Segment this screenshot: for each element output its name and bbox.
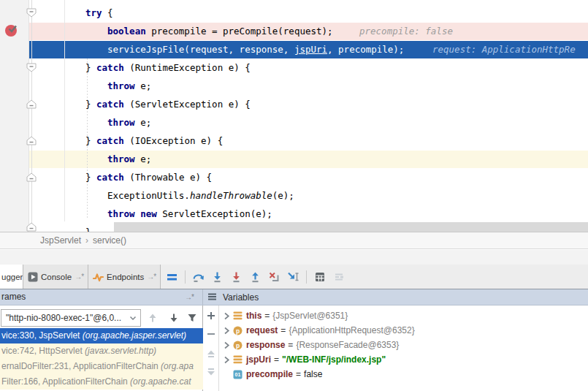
code-line: throw new ServletException(e); [0,205,588,223]
tab-scroll-badge: →* [147,273,156,281]
tab-label: Endpoints [107,273,144,281]
parameter-icon: p [233,341,243,350]
frames-header: rames →* [0,289,203,305]
stack-frame-row[interactable]: vice:330, JspServlet (org.apache.jasper.… [0,328,203,343]
horizontal-scrollbar[interactable] [114,222,588,232]
frames-panel: "http-nio-8080-exec-1"@6,0... vice:330, … [0,305,203,391]
variable-name: this [246,308,261,323]
stack-frame-row[interactable]: Filter:166, ApplicationFilterChain (org.… [0,374,203,390]
move-down-icon[interactable] [205,367,217,379]
arrow-down-icon[interactable] [168,312,180,324]
breadcrumb-method[interactable]: service() [93,235,126,246]
tab-label: Console [41,273,72,281]
toolbar-separator [185,270,186,284]
step-over-icon[interactable] [192,271,205,283]
frames-title: rames [1,289,26,305]
variable-row[interactable]: presponse={ResponseFacade@6353} [220,338,588,352]
tab-label: ugger [1,273,23,281]
code-line: boolean precompile = preCompile(request)… [0,22,588,40]
console-icon [28,272,38,282]
panel-header-bar: rames →* Variables [0,289,588,305]
variables-title: Variables [223,292,259,303]
breadcrumb-class[interactable]: JspServlet [40,235,81,246]
toolwindow-gap [0,250,588,265]
add-watch-icon[interactable] [205,311,217,322]
variable-name: precompile [246,367,293,381]
drop-frame-icon[interactable] [268,271,280,283]
variable-row[interactable]: this={JspServlet@6351} [220,308,588,323]
debugger-inline-hint: precompile: false [359,22,453,40]
debug-tabbar: uggerConsole→*Endpoints→* [0,265,588,289]
code-line: throw e; [0,77,588,95]
variable-name: response [246,338,285,352]
svg-text:p: p [236,341,240,349]
stack-frame-row[interactable]: ernalDoFilter:231, ApplicationFilterChai… [0,359,203,374]
chevron-right-icon[interactable] [223,341,233,349]
parameter-icon: p [233,326,243,335]
code-line: } catch (ServletException e) { [0,95,588,113]
value-icon [233,311,243,321]
variable-value: {ResponseFacade@6353} [296,338,399,352]
run-to-cursor-icon[interactable] [287,271,299,283]
filter-icon[interactable] [186,312,198,324]
breadcrumb-separator-icon: › [85,235,88,246]
code-line: throw e; [0,150,588,168]
arrow-up-icon[interactable] [147,312,159,324]
svg-text:p: p [236,327,240,334]
code-line: try { [0,4,588,22]
variable-value: {JspServlet@6351} [272,308,348,323]
evaluate-expression-icon[interactable] [313,271,326,283]
code-line: throw e; [0,113,588,132]
toolbar-separator [306,270,307,284]
primitive-icon: 01 [233,370,243,379]
debug-toolbar [166,265,345,289]
step-into-icon[interactable] [211,271,224,283]
chevron-right-icon[interactable] [223,312,233,320]
code-line: } catch (IOException e) { [0,132,588,150]
code-editor[interactable]: try {boolean precompile = preCompile(req… [0,0,588,232]
threads-view-icon[interactable] [166,271,178,283]
variable-value: {ApplicationHttpRequest@6352} [289,323,414,338]
debug-panels: "http-nio-8080-exec-1"@6,0... vice:330, … [0,305,588,391]
code-line: serviceJspFile(request, response, jspUri… [0,40,588,58]
frames-pin-icon[interactable]: →* [185,289,194,305]
code-line: } catch (Throwable e) { [0,168,588,186]
code-line: } catch (RuntimeException e) { [0,58,588,77]
variables-header: Variables [203,289,588,305]
endpoints-icon [93,272,104,282]
chevron-right-icon[interactable] [223,327,233,335]
svg-text:01: 01 [235,372,241,377]
force-step-into-icon[interactable] [230,271,243,283]
variable-row[interactable]: prequest={ApplicationHttpRequest@6352} [220,323,588,338]
variable-row[interactable]: 01precompile=false [220,367,588,381]
value-icon [233,355,243,365]
tab-endpoints[interactable]: Endpoints→* [88,265,161,289]
breadcrumb: JspServlet›service() [0,232,588,249]
code-line: ExceptionUtils.handleThrowable(e); [0,186,588,205]
tab-scroll-badge: →* [75,273,83,281]
tab-console[interactable]: Console→* [23,265,88,289]
variables-toolbar [203,305,219,391]
variable-name: jspUri [246,352,271,367]
thread-selector[interactable]: "http-nio-8080-exec-1"@6,0... [1,309,141,327]
variables-panel: this={JspServlet@6351}prequest={Applicat… [203,305,588,391]
tab-ugger[interactable]: ugger [0,265,23,289]
stack-frame-row[interactable]: vice:742, HttpServlet (javax.servlet.htt… [0,343,203,359]
move-up-icon[interactable] [205,349,217,360]
hamburger-icon[interactable] [208,292,216,303]
debugger-inline-hint: request: ApplicationHttpRe [432,40,576,58]
variable-value: "/WEB-INF/jsp/index.jsp" [282,352,386,367]
remove-watch-icon[interactable] [205,329,217,341]
step-out-icon[interactable] [249,271,261,283]
variable-value: false [304,367,322,381]
layout-settings-icon[interactable] [332,271,345,283]
chevron-right-icon[interactable] [223,356,233,364]
variable-row[interactable]: jspUri="/WEB-INF/jsp/index.jsp" [220,352,588,367]
variable-name: request [246,323,278,338]
chevron-down-icon [129,310,137,327]
